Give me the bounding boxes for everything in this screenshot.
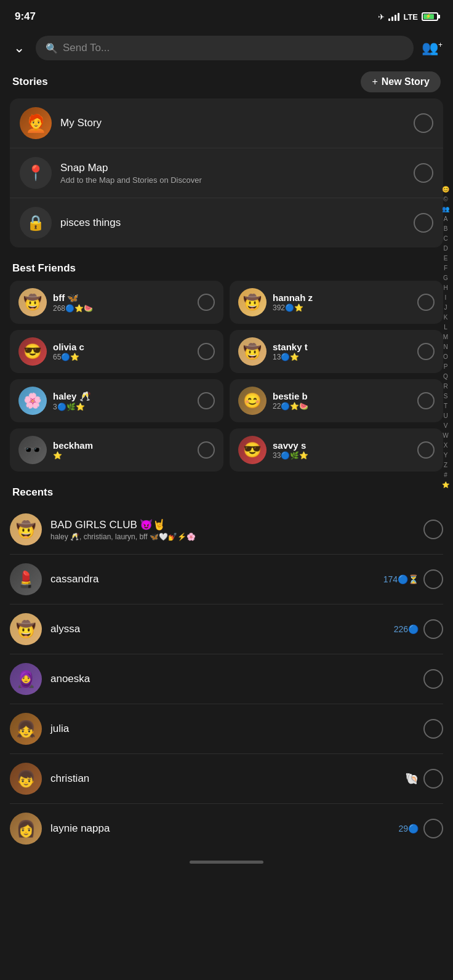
recent-item-julia[interactable]: 👧 julia [10,704,443,754]
pisces-select[interactable] [414,213,433,233]
alphabet-sidebar: 😊 © 👥 A B C D E F G H I J K L M N O P Q … [442,185,449,489]
bf-item-stanky[interactable]: 🤠 stanky t 13🔵⭐ [230,330,443,373]
bf-info-stanky: stanky t 13🔵⭐ [273,342,411,361]
add-friends-button[interactable]: 👥+ [421,37,443,59]
recent-score-laynie: 29🔵 [398,824,419,833]
alpha-hash[interactable]: # [442,470,449,480]
bf-select-hannah[interactable] [417,294,435,311]
alpha-t[interactable]: T [442,401,449,411]
recent-item-cassandra[interactable]: 💄 cassandra 174🔵⏳ [10,555,443,604]
search-icon: 🔍 [46,42,58,54]
alpha-m[interactable]: M [442,332,449,342]
bf-name-beckham: beckham [53,440,191,451]
recent-score-cassandra: 174🔵⏳ [383,574,419,584]
alpha-g[interactable]: G [442,273,449,283]
recent-item-anoeska[interactable]: 🧕 anoeska [10,654,443,704]
alpha-a[interactable]: A [442,214,449,223]
alpha-c[interactable]: C [442,234,449,243]
bf-info-bff: bff 🦋 268🔵⭐🍉 [53,292,191,313]
recents-list: 🤠 BAD GIRLS CLUB 😈🤘 haley 🥂, christian, … [10,505,443,853]
recent-select-julia[interactable] [423,719,443,739]
alpha-x[interactable]: X [442,441,449,450]
alpha-q[interactable]: Q [442,372,449,381]
story-item-my-story[interactable]: 🧑‍🦰 My Story [10,98,443,148]
pisces-name: pisces things [60,217,414,229]
recent-item-christian[interactable]: 👦 christian 🐚 [10,754,443,804]
bf-select-stanky[interactable] [417,343,435,360]
back-button[interactable]: ⌄ [10,40,28,56]
bf-select-bff[interactable] [198,294,215,311]
recent-select-cassandra[interactable] [423,569,443,589]
alpha-r[interactable]: R [442,382,449,391]
bf-item-beckham[interactable]: 🕶️ beckham ⭐ [10,428,223,472]
bf-item-olivia[interactable]: 😎 olivia c 65🔵⭐ [10,330,223,373]
recent-name-cassandra: cassandra [50,573,383,585]
recent-item-alyssa[interactable]: 🤠 alyssa 226🔵 [10,604,443,654]
alpha-y[interactable]: Y [442,451,449,460]
recent-info-laynie: laynie nappa [50,822,398,835]
recent-score-christian: 🐚 [405,772,419,785]
alpha-f[interactable]: F [442,263,449,273]
alpha-star[interactable]: ⭐ [442,480,449,489]
bf-avatar-stanky: 🤠 [238,337,267,366]
alpha-k[interactable]: K [442,313,449,322]
recent-meta-alyssa: 226🔵 [394,619,443,639]
alpha-p[interactable]: P [442,362,449,371]
home-indicator [190,861,263,864]
bf-avatar-savvy: 😎 [238,436,267,464]
alpha-o[interactable]: O [442,352,449,361]
alpha-i[interactable]: I [442,293,449,302]
search-input[interactable]: Send To... [63,42,404,54]
bf-item-savvy[interactable]: 😎 savvy s 33🔵🌿⭐ [230,428,443,472]
recent-select-bad-girls[interactable] [423,520,443,539]
recent-select-anoeska[interactable] [423,669,443,689]
recent-select-laynie[interactable] [423,819,443,838]
recent-item-laynie[interactable]: 👩 laynie nappa 29🔵 [10,804,443,853]
snap-map-select[interactable] [414,163,433,183]
alpha-copyright[interactable]: © [442,195,449,204]
new-story-button[interactable]: + New Story [361,71,441,92]
alpha-z[interactable]: Z [442,460,449,470]
alpha-emoji[interactable]: 😊 [442,185,449,194]
bf-item-hannah[interactable]: 🤠 hannah z 392🔵⭐ [230,281,443,324]
recent-item-bad-girls-club[interactable]: 🤠 BAD GIRLS CLUB 😈🤘 haley 🥂, christian, … [10,505,443,555]
my-story-select[interactable] [414,113,433,133]
bf-select-bestie[interactable] [417,392,435,409]
best-friends-grid: 🤠 bff 🦋 268🔵⭐🍉 🤠 hannah z 392🔵⭐ 😎 olivia… [0,281,453,472]
alpha-group[interactable]: 👥 [442,204,449,214]
recent-meta-julia [423,719,443,739]
bf-name-haley: haley 🥂 [53,391,191,402]
alpha-s[interactable]: S [442,392,449,401]
alpha-j[interactable]: J [442,303,449,312]
story-item-pisces[interactable]: 🔒 pisces things [10,198,443,247]
bf-streak-savvy: 33🔵🌿⭐ [273,451,411,460]
recent-select-christian[interactable] [423,769,443,789]
alpha-b[interactable]: B [442,224,449,233]
recent-avatar-anoeska: 🧕 [10,663,42,695]
alpha-d[interactable]: D [442,244,449,253]
search-bar[interactable]: 🔍 Send To... [36,36,414,60]
bf-select-savvy[interactable] [417,441,435,459]
alpha-v[interactable]: V [442,421,449,430]
bf-item-bestie[interactable]: 😊 bestie b 22🔵⭐🍉 [230,379,443,422]
alpha-n[interactable]: N [442,342,449,351]
bf-item-bff[interactable]: 🤠 bff 🦋 268🔵⭐🍉 [10,281,223,324]
add-friends-icon: 👥+ [422,40,443,56]
bf-avatar-beckham: 🕶️ [18,436,47,464]
story-item-snap-map[interactable]: 📍 Snap Map Add to the Map and Stories on… [10,148,443,198]
recent-select-alyssa[interactable] [423,619,443,639]
bf-select-beckham[interactable] [198,441,215,459]
alpha-l[interactable]: L [442,323,449,332]
alpha-h[interactable]: H [442,283,449,292]
snap-map-name: Snap Map [60,162,414,174]
bf-select-olivia[interactable] [198,343,215,360]
bf-select-haley[interactable] [198,392,215,409]
alpha-w[interactable]: W [442,431,449,440]
bf-info-hannah: hannah z 392🔵⭐ [273,292,411,312]
bf-streak-olivia: 65🔵⭐ [53,353,191,361]
alpha-e[interactable]: E [442,254,449,263]
search-area: ⌄ 🔍 Send To... 👥+ [0,31,453,68]
recent-score-alyssa: 226🔵 [394,624,419,634]
bf-item-haley[interactable]: 🌸 haley 🥂 3🔵🌿⭐ [10,379,223,422]
alpha-u[interactable]: U [442,411,449,420]
